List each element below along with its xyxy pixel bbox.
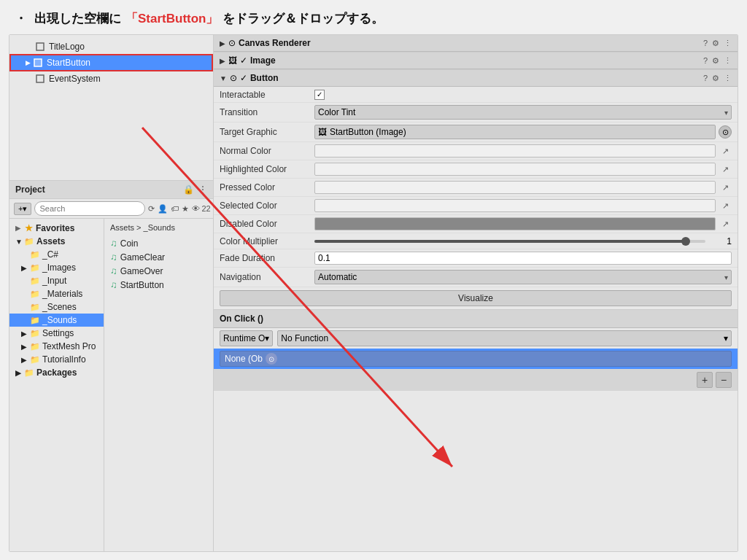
no-function-dropdown[interactable]: No Function ▾: [277, 330, 732, 346]
tree-packages[interactable]: ▶ 📁 Packages: [9, 366, 104, 379]
tree-csharp[interactable]: 📁 _C#: [9, 248, 104, 261]
canvas-renderer-help-icon[interactable]: ?: [703, 39, 708, 47]
tag-icon[interactable]: 🏷: [171, 202, 179, 215]
menu-icon[interactable]: ⋮: [198, 184, 207, 195]
transition-dropdown-value: Color Tint: [318, 107, 355, 117]
file-gameclear[interactable]: ♫ GameClear: [107, 250, 210, 264]
slider-thumb[interactable]: [681, 237, 690, 246]
favorites-section[interactable]: ▶ ★ Favorites: [9, 222, 104, 235]
file-gameover[interactable]: ♫ GameOver: [107, 264, 210, 278]
image-checkbox[interactable]: ✓: [240, 55, 247, 66]
star-icon[interactable]: ★: [182, 202, 189, 215]
refresh-icon[interactable]: ⟳: [148, 202, 155, 215]
selected-color-field[interactable]: [314, 199, 716, 212]
selected-color-picker[interactable]: ↗: [719, 199, 732, 212]
pressed-color-field[interactable]: [314, 181, 716, 194]
tree-settings[interactable]: ▶ 📁 Settings: [9, 327, 104, 340]
navigation-dropdown[interactable]: Automatic ▾: [314, 270, 732, 284]
button-menu-icon[interactable]: ⋮: [724, 74, 732, 83]
file-gameover-label: GameOver: [120, 266, 163, 276]
none-ob-select-btn[interactable]: ⊙: [266, 353, 277, 365]
settings-label: Settings: [42, 328, 74, 338]
disabled-color-picker[interactable]: ↗: [719, 217, 732, 230]
transition-label: Transition: [220, 107, 314, 117]
pressed-color-picker[interactable]: ↗: [719, 181, 732, 194]
visualize-button[interactable]: Visualize: [220, 290, 732, 306]
tree-input[interactable]: 📁 _Input: [9, 274, 104, 287]
file-startbutton[interactable]: ♫ StartButton: [107, 278, 210, 292]
tree-tutorialinfo[interactable]: ▶ 📁 TutorialInfo: [9, 353, 104, 366]
add-button[interactable]: +▾: [14, 203, 31, 215]
interactable-checkbox[interactable]: ✓: [314, 90, 325, 100]
input-label: _Input: [42, 276, 66, 286]
none-ob-text: None (Ob: [225, 354, 263, 364]
tree-materials[interactable]: 📁 _Materials: [9, 287, 104, 300]
pressed-color-value: ↗: [314, 181, 732, 194]
selected-color-row: Selected Color ↗: [214, 197, 738, 215]
onclick-footer: + −: [214, 369, 738, 391]
highlighted-color-label: Highlighted Color: [220, 164, 314, 174]
hierarchy-item-titlelogo[interactable]: TitleLogo: [9, 39, 213, 54]
image-menu-icon[interactable]: ⋮: [724, 56, 732, 66]
button-arrow[interactable]: ▼: [220, 74, 227, 82]
eye-count: 👁 22: [192, 204, 210, 213]
project-header: Project 🔒 ⋮: [9, 181, 213, 199]
button-checkbox[interactable]: ✓: [240, 73, 247, 83]
textmesh-folder-icon: 📁: [30, 342, 40, 351]
color-multiplier-slider[interactable]: 1: [314, 236, 732, 246]
instruction-text2: をドラッグ＆ドロップする。: [222, 10, 384, 27]
remove-onclick-button[interactable]: −: [716, 372, 732, 388]
instruction-highlight: 「StartButton」: [125, 10, 218, 27]
button-help-icon[interactable]: ?: [703, 74, 708, 82]
image-actions: ? ⚙ ⋮: [703, 56, 732, 66]
assets-arrow: ▼: [15, 238, 24, 246]
slider-track: [314, 240, 705, 243]
target-graphic-field[interactable]: 🖼 StartButton (Image): [314, 125, 716, 139]
image-settings-icon[interactable]: ⚙: [712, 56, 719, 66]
tree-scenes[interactable]: 📁 _Scenes: [9, 300, 104, 314]
target-graphic-select-btn[interactable]: ⊙: [719, 125, 732, 139]
color-multiplier-number: 1: [710, 236, 732, 246]
settings-arrow: ▶: [21, 330, 30, 338]
image-help-icon[interactable]: ?: [703, 56, 708, 65]
target-graphic-icon: 🖼: [318, 127, 327, 137]
add-onclick-button[interactable]: +: [697, 372, 713, 388]
tree-images[interactable]: ▶ 📁 _Images: [9, 261, 104, 274]
normal-color-row: Normal Color ↗: [214, 142, 738, 160]
hierarchy-item-startbutton[interactable]: ▶ StartButton: [9, 54, 213, 71]
navigation-value: Automatic ▾: [314, 270, 732, 284]
canvas-renderer-arrow[interactable]: ▶: [220, 39, 225, 47]
transition-dropdown[interactable]: Color Tint ▾: [314, 105, 732, 120]
assets-folder-icon: 📁: [24, 237, 34, 246]
packages-arrow: ▶: [15, 369, 24, 377]
canvas-renderer-settings-icon[interactable]: ⚙: [712, 39, 719, 48]
textmesh-arrow: ▶: [21, 343, 30, 351]
interactable-row: Interactable ✓: [214, 87, 738, 103]
highlighted-color-field[interactable]: [314, 163, 716, 176]
csharp-label: _C#: [42, 249, 58, 260]
tree-sounds[interactable]: 📁 _Sounds: [9, 314, 104, 327]
tree-textmesh[interactable]: ▶ 📁 TextMesh Pro: [9, 340, 104, 353]
lock-icon[interactable]: 🔒: [183, 184, 194, 195]
button-settings-icon[interactable]: ⚙: [712, 74, 719, 83]
materials-folder-icon: 📁: [30, 289, 40, 299]
highlighted-color-picker[interactable]: ↗: [719, 163, 732, 176]
tree-assets[interactable]: ▼ 📁 Assets: [9, 235, 104, 248]
star-favorites-icon: ★: [25, 223, 33, 233]
normal-color-field[interactable]: [314, 144, 716, 158]
disabled-color-field[interactable]: [314, 217, 716, 230]
image-arrow[interactable]: ▶: [220, 57, 225, 65]
file-coin[interactable]: ♫ Coin: [107, 236, 210, 250]
hierarchy-item-eventsystem[interactable]: EventSystem: [9, 71, 213, 86]
fade-duration-input[interactable]: [314, 252, 732, 265]
bullet: ・: [15, 10, 27, 27]
target-graphic-label: Target Graphic: [220, 127, 314, 137]
none-object-field[interactable]: None (Ob ⊙: [220, 351, 732, 367]
project-toolbar: +▾ ⟳ 👤 🏷 ★ 👁 22: [9, 199, 213, 219]
runtime-dropdown[interactable]: Runtime O▾: [220, 330, 273, 346]
person-icon[interactable]: 👤: [158, 202, 168, 215]
pressed-color-label: Pressed Color: [220, 182, 314, 192]
canvas-renderer-menu-icon[interactable]: ⋮: [724, 39, 732, 48]
search-input[interactable]: [34, 201, 145, 216]
normal-color-picker[interactable]: ↗: [719, 144, 732, 158]
